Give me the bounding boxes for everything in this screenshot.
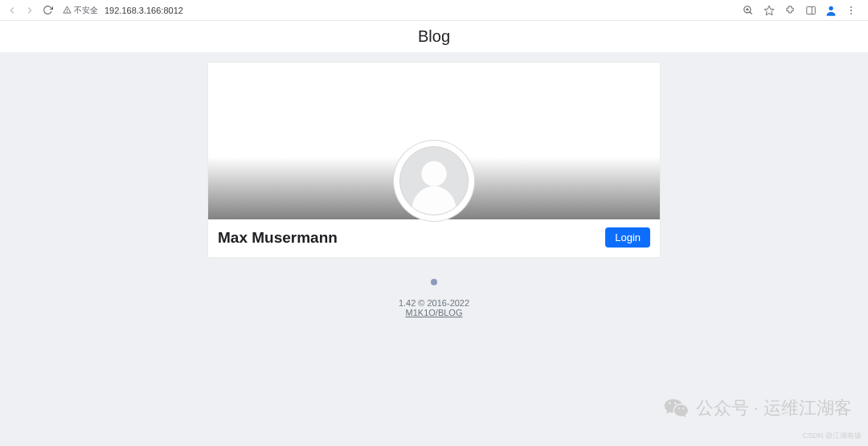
url-display[interactable]: 192.168.3.166:8012 xyxy=(104,6,183,15)
profile-icon[interactable] xyxy=(825,4,837,17)
security-indicator[interactable]: 不安全 xyxy=(63,5,98,16)
svg-marker-6 xyxy=(764,6,774,15)
svg-point-13 xyxy=(421,162,446,186)
profile-name: Max Musermann xyxy=(218,229,338,247)
bookmark-icon[interactable] xyxy=(762,3,776,18)
page-title: Blog xyxy=(0,21,868,52)
svg-point-1 xyxy=(67,12,68,13)
profile-name-row: Max Musermann Login xyxy=(208,219,660,257)
cover-area xyxy=(208,63,660,219)
avatar-ring xyxy=(394,141,474,221)
svg-rect-7 xyxy=(807,6,816,14)
avatar xyxy=(399,146,469,215)
svg-point-12 xyxy=(850,13,852,14)
svg-point-11 xyxy=(850,10,852,11)
page-content: Blog Max Musermann Login 1.42 © xyxy=(0,21,868,446)
footer: 1.42 © 2016-2022 M1K1O/BLOG xyxy=(0,279,868,317)
svg-line-3 xyxy=(750,11,752,14)
forward-button[interactable] xyxy=(23,3,37,18)
extensions-icon[interactable] xyxy=(783,3,797,18)
loading-dot-icon xyxy=(431,279,437,285)
avatar-container xyxy=(394,141,474,221)
browser-right-controls xyxy=(741,3,863,18)
sidepanel-icon[interactable] xyxy=(804,3,818,18)
reload-button[interactable] xyxy=(40,3,55,18)
menu-icon[interactable] xyxy=(844,3,858,18)
security-label: 不安全 xyxy=(74,5,98,16)
svg-point-10 xyxy=(850,6,852,7)
footer-link[interactable]: M1K1O/BLOG xyxy=(406,308,463,317)
zoom-icon[interactable] xyxy=(741,3,755,18)
footer-version: 1.42 © 2016-2022 xyxy=(0,298,868,308)
back-button[interactable] xyxy=(5,3,19,18)
svg-point-9 xyxy=(829,6,833,10)
login-button[interactable]: Login xyxy=(605,227,650,248)
browser-toolbar: 不安全 192.168.3.166:8012 xyxy=(0,0,868,21)
profile-card: Max Musermann Login xyxy=(207,62,661,258)
